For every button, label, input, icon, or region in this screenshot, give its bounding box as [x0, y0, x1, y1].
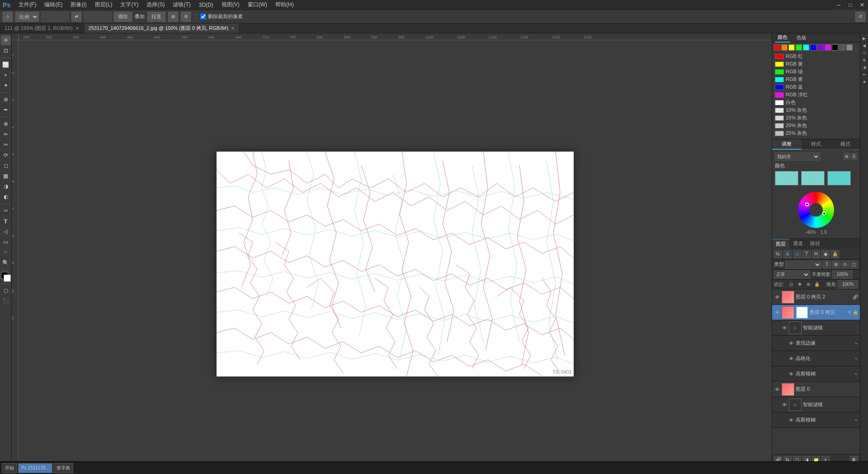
eyedropper-tool[interactable]: ✒ — [1, 105, 11, 115]
menu-layer[interactable]: 图层(L) — [91, 0, 116, 9]
swatches-tab[interactable]: 色板 — [794, 33, 809, 42]
taskbar-ps[interactable]: Ps 2531170... — [18, 463, 52, 473]
layer-item-filter3[interactable]: 👁 高斯模糊 ⤷ — [772, 366, 860, 382]
menu-3d[interactable]: 3D(D) — [195, 1, 217, 9]
blend-mode-select[interactable]: 正常 — [774, 270, 810, 279]
straighten-button[interactable]: 拉直 — [147, 12, 165, 22]
swatch-row-white[interactable]: 白色 — [774, 99, 858, 106]
menu-file[interactable]: 文件(F) — [15, 0, 40, 9]
panel-icon-6[interactable]: ✏ — [861, 71, 868, 78]
swatch-row-15gray[interactable]: 15% 灰色 — [774, 114, 858, 122]
history-brush-tool[interactable]: ⟳ — [1, 150, 11, 160]
move-tool[interactable]: ✛ — [1, 35, 11, 45]
eraser-tool[interactable]: ◻ — [1, 161, 11, 171]
tab-channels[interactable]: 通道 — [789, 239, 807, 249]
layer-item-layer0[interactable]: 👁 图层 0 — [772, 382, 860, 397]
layer-item-smart1[interactable]: 👁 ⊙ 智能滤镜 — [772, 320, 860, 336]
swatch-teal-3[interactable] — [827, 171, 851, 185]
hand-tool[interactable]: ☞ — [1, 247, 11, 257]
tab-paths[interactable]: 路径 — [807, 239, 824, 249]
minimize-button[interactable]: ─ — [833, 0, 844, 10]
text-tool[interactable]: T — [1, 216, 11, 226]
layer-item-filter1[interactable]: 👁 查找边缘 ⤷ — [772, 336, 860, 351]
clone-stamp-tool[interactable]: ✂ — [1, 140, 11, 150]
layer-item-copy1[interactable]: 👁 图层 0 拷贝 👁 🔒 — [772, 305, 860, 320]
layer-link-copy2[interactable]: 🔗 — [853, 294, 858, 299]
adj-tab-style[interactable]: 样式 — [802, 139, 831, 150]
menu-filter[interactable]: 滤镜(T) — [169, 0, 194, 9]
panel-icon-7[interactable]: ★ — [861, 79, 868, 85]
layer-adj-btn[interactable]: A — [783, 250, 792, 258]
panel-icon-5[interactable]: ◑ — [861, 64, 868, 71]
list-view-btn[interactable]: ☰ — [851, 153, 857, 160]
lock-checkerboard[interactable]: ⊡ — [788, 281, 795, 288]
black-swatch[interactable] — [832, 44, 838, 51]
layer-item-filter2[interactable]: 👁 晶格化 ⤷ — [772, 351, 860, 366]
taskbar-start[interactable]: 开始 — [2, 463, 17, 473]
shape-tool[interactable]: ▭ — [1, 237, 11, 247]
canvas-image[interactable]: FE 0401 — [217, 152, 574, 376]
gray-swatch[interactable] — [846, 44, 853, 51]
menu-text[interactable]: 文字(Y) — [117, 0, 142, 9]
mode-select[interactable]: 比例 — [15, 12, 39, 22]
magenta-swatch[interactable] — [825, 44, 831, 51]
layer-smart-btn[interactable]: ⊙ — [793, 250, 801, 258]
layer-vis-filter1[interactable]: 👁 — [788, 340, 794, 346]
gradient-tool[interactable]: ▦ — [1, 171, 11, 181]
swatch-set-select[interactable]: 我的序 — [775, 152, 820, 161]
lock-all[interactable]: 🔒 — [813, 281, 821, 288]
layer-vis-copy1[interactable]: 👁 — [774, 309, 780, 316]
menu-help[interactable]: 帮助(H) — [272, 0, 297, 9]
orange-swatch[interactable] — [781, 44, 788, 51]
opacity-input[interactable] — [832, 270, 853, 279]
filter-icon-3[interactable]: ⊙ — [841, 261, 849, 269]
swatch-row-rgb-blue[interactable]: RGB 蓝 — [774, 83, 858, 91]
swatch-row-10gray[interactable]: 10% 灰色 — [774, 106, 858, 114]
crop-tool[interactable]: ⊕ — [1, 95, 11, 104]
size-input[interactable] — [42, 12, 69, 22]
swap-icon[interactable]: ⇄ — [71, 12, 81, 22]
swatch-teal-2[interactable] — [801, 171, 825, 185]
maximize-button[interactable]: □ — [844, 0, 856, 10]
tab-layers[interactable]: 图层 — [772, 239, 789, 249]
panel-icon-4[interactable]: ⊕ — [861, 57, 868, 63]
purple-swatch[interactable] — [817, 44, 824, 51]
panel-icon-1[interactable]: ▶ — [861, 35, 868, 42]
menu-view[interactable]: 视图(V) — [218, 0, 243, 9]
layer-filter-btn[interactable]: H — [812, 250, 820, 258]
swatch-row-rgb-cyan[interactable]: RGB 青 — [774, 76, 858, 83]
layer-item-filter4[interactable]: 👁 高斯模糊 ⤷ — [772, 412, 860, 428]
grid-icon[interactable]: ⊞ — [168, 12, 178, 22]
layer-vis-layer0[interactable]: 👁 — [774, 386, 780, 393]
yellow-swatch[interactable] — [788, 44, 795, 51]
tab-2[interactable]: 2531170_140729406616_2.jpg @ 100% (图层 0 … — [84, 24, 240, 33]
menu-image[interactable]: 图像(I) — [67, 0, 90, 9]
layer-vis-smart2[interactable]: 👁 — [781, 402, 788, 408]
menu-window[interactable]: 窗口(W) — [244, 0, 271, 9]
close-button[interactable]: ✕ — [856, 0, 868, 10]
pen-tool[interactable]: ✑ — [1, 206, 11, 216]
layer-vis-extra[interactable]: 👁 — [847, 310, 852, 315]
tab-1-close[interactable]: ✕ — [75, 26, 79, 31]
swatch-row-20gray[interactable]: 20% 灰色 — [774, 122, 858, 129]
delete-crop-checkbox-label[interactable]: 删除裁剪的像素 — [200, 13, 243, 20]
healing-brush-tool[interactable]: ⊗ — [1, 119, 11, 129]
layer-mask-btn[interactable]: ◉ — [821, 250, 830, 258]
swatch-row-25gray[interactable]: 25% 灰色 — [774, 129, 858, 137]
panel-icon-2[interactable]: ◀ — [861, 43, 868, 49]
layer-lock-btn[interactable]: 🔒 — [831, 250, 839, 258]
layer-lock-extra[interactable]: 🔒 — [853, 310, 858, 315]
layer-vis-filter3[interactable]: 👁 — [788, 371, 794, 377]
kuler-wheel[interactable] — [798, 192, 834, 228]
marquee-tool[interactable]: ⬜ — [1, 60, 11, 70]
quick-select-tool[interactable]: ✦ — [1, 81, 11, 90]
settings-icon[interactable]: ⚙ — [181, 12, 191, 22]
menu-select[interactable]: 选择(S) — [143, 0, 168, 9]
artboard-tool[interactable]: ⊡ — [1, 46, 11, 56]
size-input2[interactable] — [84, 12, 111, 22]
menu-edit[interactable]: 编辑(E) — [41, 0, 66, 9]
tab-2-close[interactable]: ✕ — [231, 26, 235, 31]
reset-icon[interactable]: ↺ — [855, 12, 865, 22]
path-select-tool[interactable]: ◁ — [1, 227, 11, 237]
lasso-tool[interactable]: ⌖ — [1, 70, 11, 80]
